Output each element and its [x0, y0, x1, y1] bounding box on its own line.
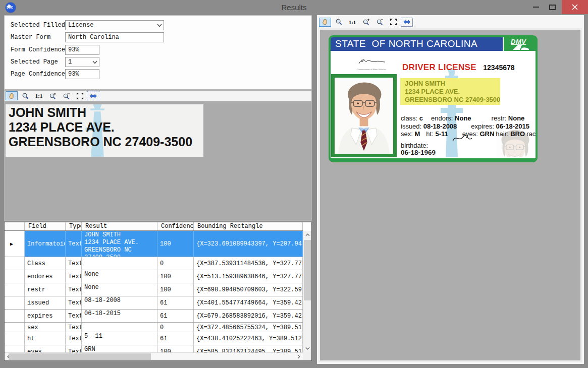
field-image-canvas[interactable]: JOHN SMITH 1234 PLACE AVE. GREENSBORO NC…	[5, 101, 311, 220]
scroll-right-button[interactable]	[295, 353, 303, 360]
driver-license-title: DRIVER LICENSE	[402, 63, 476, 72]
cell-bounding: {X=323.691089943397, Y=207.943859031	[194, 231, 303, 257]
license-number: 12345678	[483, 64, 514, 72]
cell-result: None	[82, 270, 157, 283]
row-selector-cell	[5, 296, 25, 309]
cell-type: Text	[66, 296, 82, 309]
column-header-result[interactable]: Result	[82, 222, 157, 230]
cell-type: Text	[66, 270, 82, 283]
zoom-select-button[interactable]	[333, 18, 345, 27]
table-header: Field Type Result Confidence Bounding Re…	[5, 222, 303, 231]
actual-size-label: 1:1	[35, 93, 43, 99]
actual-size-label: 1:1	[349, 19, 356, 25]
document-title-line: DRIVER LICENSE 12345678	[402, 63, 515, 73]
vertical-scroll-thumb[interactable]	[304, 240, 311, 300]
field-image-viewer: 1:1	[4, 90, 312, 221]
details-line-2: issued: 08-18-2008expires: 06-18-2015	[401, 122, 536, 131]
maximize-icon	[549, 5, 556, 10]
dmv-road-icon	[512, 44, 529, 50]
table-row-sex[interactable]: sex Text 0 {X=372.485665755324, Y=389.51…	[5, 323, 303, 332]
table-row-informatoion[interactable]: ▶ Informatoion Text JOHN SMITH 1234 PLAC…	[5, 231, 303, 257]
selected-filled-form-combobox[interactable]: License	[65, 20, 164, 30]
zoom-select-button[interactable]	[19, 91, 31, 100]
magnifier-icon	[22, 92, 29, 100]
horizontal-arrow-icon	[403, 18, 411, 26]
selected-page-combobox[interactable]: 1	[65, 57, 99, 67]
cell-result: 5 -11	[82, 332, 157, 345]
row-selector-cell: ▶	[5, 231, 25, 257]
chevron-right-icon	[297, 354, 300, 359]
row-selector-cell	[5, 345, 25, 352]
scroll-up-button[interactable]	[303, 231, 311, 239]
maximize-button[interactable]	[545, 0, 560, 14]
dmv-logo: DMV	[504, 37, 536, 51]
column-header-field[interactable]: Field	[25, 222, 66, 230]
signature-icon	[356, 57, 387, 66]
minimize-button[interactable]	[528, 0, 544, 14]
column-header-type[interactable]: Type	[66, 222, 82, 230]
table-row-eyes[interactable]: eyes Text GRN 100 {X=585.832162124495, Y…	[5, 345, 303, 352]
name-address-highlight: JOHN SMITH 1234 PLACE AVE. GREENSBORO NC…	[400, 78, 500, 105]
actual-size-button[interactable]: 1:1	[346, 18, 358, 27]
fit-width-button[interactable]	[87, 91, 99, 100]
zoom-in-button[interactable]	[46, 91, 59, 100]
table-row-expires[interactable]: expires Text 06-18-2015 61 {X=679.268583…	[5, 310, 303, 323]
table-row-restr[interactable]: restr Text None 100 {X=698.994050709603,…	[5, 283, 303, 296]
cell-field: endores	[25, 270, 66, 283]
row-selector-header[interactable]	[5, 222, 25, 230]
cell-field: expires	[25, 310, 66, 322]
chevron-down-icon	[305, 347, 310, 350]
column-header-bounding[interactable]: Bounding Rectangle	[194, 222, 303, 230]
table-row-issued[interactable]: issued Text 08-18-2008 61 {X=401.5547747…	[5, 296, 303, 310]
fit-page-button[interactable]	[387, 18, 399, 27]
form-panel: Selected Filled Fo License Master Form N…	[4, 15, 312, 90]
hand-icon	[322, 18, 329, 26]
selected-page-label: Selected Page	[11, 57, 67, 67]
details-line-1: class: cendors: Nonerestr: None	[401, 114, 536, 122]
hand-icon	[8, 92, 15, 100]
cell-confidence: 61	[157, 296, 194, 309]
cell-result: JOHN SMITH 1234 PLACE AVE. GREENSBORO NC…	[82, 231, 157, 257]
license-image-viewer: 1:1	[316, 15, 584, 364]
page-confidence-field[interactable]: 93%	[65, 69, 99, 79]
scrollbar-corner	[303, 352, 311, 360]
table-vertical-scrollbar[interactable]	[303, 231, 311, 352]
cell-type: Text	[66, 345, 82, 352]
table-row-endores[interactable]: endores Text None 100 {X=513.15938963864…	[5, 270, 303, 283]
horizontal-scroll-thumb[interactable]	[9, 353, 151, 360]
fit-page-button[interactable]	[74, 91, 86, 100]
titlebar[interactable]: DOC Results	[0, 0, 588, 15]
fit-width-button[interactable]	[401, 18, 413, 27]
table-row-ht[interactable]: ht Text 5 -11 61 {X=438.41025222463, Y=3…	[5, 332, 303, 345]
selected-filled-form-value: License	[68, 22, 93, 29]
pan-tool-button[interactable]	[319, 18, 331, 27]
cell-result: 08-18-2008	[82, 296, 157, 309]
cell-bounding: {X=679.268583892016, Y=359.423877510	[194, 310, 303, 322]
table-body: ▶ Informatoion Text JOHN SMITH 1234 PLAC…	[5, 231, 303, 352]
commissioner-signature: Commissioner of Motor Vehicles	[354, 57, 389, 71]
cell-field: eyes	[25, 345, 66, 352]
row-selector-cell	[5, 283, 25, 296]
cell-bounding: {X=401.554774749664, Y=359.423877510	[194, 296, 303, 309]
column-header-confidence[interactable]: Confidence	[157, 222, 194, 230]
scroll-down-button[interactable]	[303, 344, 311, 352]
pan-tool-button[interactable]	[6, 91, 18, 100]
expand-arrows-icon	[76, 92, 84, 100]
table-horizontal-scrollbar[interactable]	[5, 352, 303, 360]
license-address-line2: GREENSBORO NC 27409-3500	[405, 96, 500, 104]
cell-type: Text	[66, 257, 82, 270]
zoom-out-button[interactable]	[373, 18, 386, 27]
cell-bounding: {X=372.485665755324, Y=389.512374331	[194, 323, 303, 332]
master-form-field[interactable]: North Carolina	[65, 32, 164, 42]
row-selector-cell	[5, 270, 25, 283]
table-row-class[interactable]: Class Text 0 {X=387.539311484536, Y=327.…	[5, 257, 303, 270]
row-selector-cell	[5, 257, 25, 270]
zoom-in-button[interactable]	[360, 18, 372, 27]
horizontal-arrow-icon	[89, 92, 97, 100]
license-canvas[interactable]: STATE OF NORTH CAROLINA DMV	[318, 28, 582, 362]
actual-size-button[interactable]: 1:1	[33, 91, 45, 100]
close-button[interactable]	[562, 0, 588, 14]
cell-result: None	[82, 283, 157, 296]
form-confidence-field[interactable]: 93%	[65, 45, 99, 55]
zoom-out-button[interactable]	[60, 91, 72, 100]
